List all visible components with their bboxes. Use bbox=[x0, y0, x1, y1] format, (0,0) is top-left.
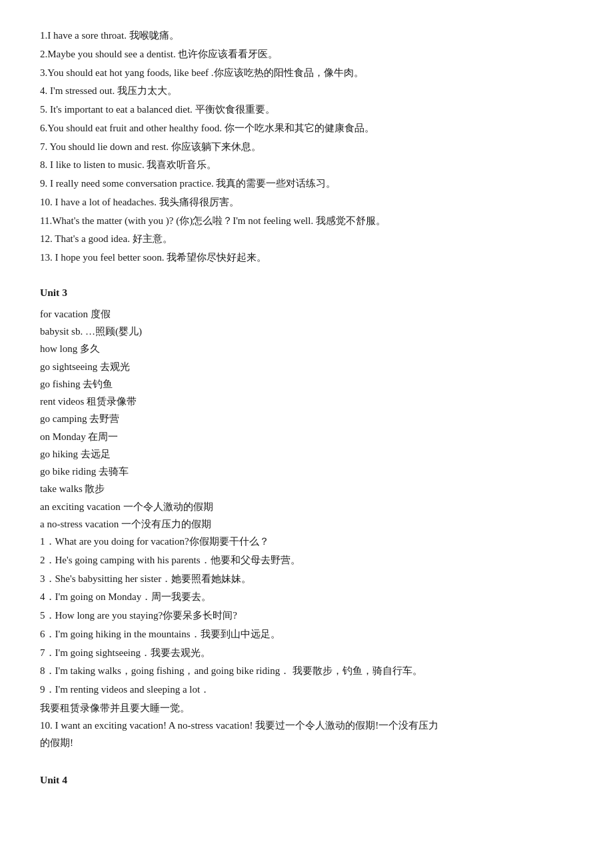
unit3-vocab-item: babysit sb. …照顾(婴儿) bbox=[40, 323, 573, 340]
unit3-vocab-item: a no-stress vacation 一个没有压力的假期 bbox=[40, 515, 573, 533]
unit2-sentence-item: 10. I have a lot of headaches. 我头痛得很厉害。 bbox=[40, 193, 573, 212]
unit4-heading: Unit 4 bbox=[40, 771, 573, 789]
unit3-sentence-item: 2．He's going camping with his parents．他要… bbox=[40, 551, 573, 570]
unit2-sentences-block: 1.I have a sore throat. 我喉咙痛。2.Maybe you… bbox=[40, 27, 573, 267]
unit2-sentence-item: 5. It's important to eat a balanced diet… bbox=[40, 101, 573, 119]
unit3-vocab-item: rent videos 租赁录像带 bbox=[40, 393, 573, 410]
unit3-sentence-item: 9．I'm renting videos and sleeping a lot． bbox=[40, 681, 573, 699]
unit2-sentence-item: 13. I hope you feel better soon. 我希望你尽快好… bbox=[40, 249, 573, 267]
unit2-sentence-item: 8. I like to listen to music. 我喜欢听音乐。 bbox=[40, 156, 573, 175]
unit2-sentence-item: 6.You should eat fruit and other healthy… bbox=[40, 119, 573, 138]
unit2-sentence-item: 1.I have a sore throat. 我喉咙痛。 bbox=[40, 27, 573, 45]
unit3-vocab-item: take walks 散步 bbox=[40, 480, 573, 497]
unit3-heading: Unit 3 bbox=[40, 283, 573, 301]
unit2-sentence-item: 12. That's a good idea. 好主意。 bbox=[40, 230, 573, 249]
unit3-vocab-item: go fishing 去钓鱼 bbox=[40, 375, 573, 393]
unit3-block: Unit 3 for vacation 度假babysit sb. …照顾(婴儿… bbox=[40, 283, 573, 752]
unit3-vocab-item: go camping 去野营 bbox=[40, 410, 573, 427]
unit3-vocab-item: an exciting vacation 一个令人激动的假期 bbox=[40, 498, 573, 515]
unit2-sentence-item: 9. I really need some conversation pract… bbox=[40, 175, 573, 193]
unit3-sentence-item: 5．How long are you staying?你要呆多长时间? bbox=[40, 607, 573, 625]
unit3-vocab-item: go hiking 去远足 bbox=[40, 445, 573, 463]
unit3-sentence-item: 1．What are you doing for vacation?你假期要干什… bbox=[40, 533, 573, 551]
unit3-sentence-item: 7．I'm going sightseeing．我要去观光。 bbox=[40, 644, 573, 663]
unit3-vocab-item: on Monday 在周一 bbox=[40, 428, 573, 445]
unit3-vocab-item: how long 多久 bbox=[40, 340, 573, 357]
unit2-sentence-item: 7. You should lie down and rest. 你应该躺下来休… bbox=[40, 138, 573, 157]
unit3-sentence-item: 3．She's babysitting her sister．她要照看她妹妹。 bbox=[40, 570, 573, 589]
unit3-sentence10: 10. I want an exciting vacation! A no-st… bbox=[40, 717, 573, 734]
unit3-sentence-item: 4．I'm going on Monday．周一我要去。 bbox=[40, 588, 573, 607]
unit3-vocab-item: go bike riding 去骑车 bbox=[40, 463, 573, 480]
unit2-sentence-item: 11.What's the matter (with you )? (你)怎么啦… bbox=[40, 212, 573, 231]
unit2-sentence-item: 4. I'm stressed out. 我压力太大。 bbox=[40, 82, 573, 101]
unit3-sentence10-cont: 的假期! bbox=[40, 734, 573, 751]
unit2-sentence-item: 2.Maybe you should see a dentist. 也许你应该看… bbox=[40, 45, 573, 64]
unit3-vocab-item: for vacation 度假 bbox=[40, 305, 573, 323]
unit3-sentence-item: 6．I'm going hiking in the mountains．我要到山… bbox=[40, 625, 573, 644]
unit3-sentence9-continuation: 我要租赁录像带并且要大睡一觉。 bbox=[40, 699, 573, 717]
unit2-sentence-item: 3.You should eat hot yang foods, like be… bbox=[40, 64, 573, 83]
unit3-sentence-item: 8．I'm taking walks，going fishing，and goi… bbox=[40, 662, 573, 681]
unit3-vocab-item: go sightseeing 去观光 bbox=[40, 358, 573, 375]
